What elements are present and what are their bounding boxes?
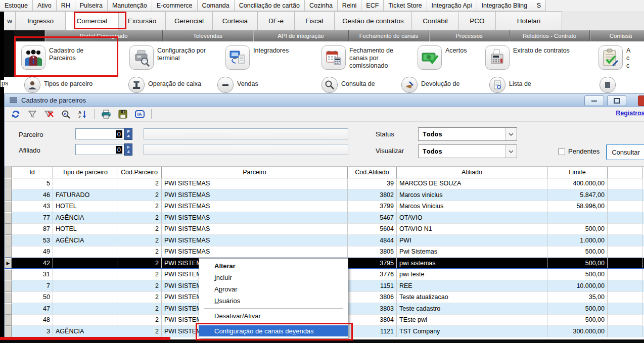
row-indicator[interactable] <box>5 201 12 213</box>
shortcut-operacao-de-caixa[interactable]: Operação de caixa <box>128 77 201 93</box>
print-icon[interactable] <box>100 109 112 120</box>
menu-item-manutencao[interactable]: Manutenção <box>108 0 152 11</box>
context-menu-item-desativar-ativar[interactable]: Desativar/Ativar <box>200 310 347 322</box>
shortcut-integradores[interactable]: Integradores <box>225 45 309 70</box>
tab-w[interactable]: w <box>4 11 16 30</box>
afiliado-input[interactable]: 0 <box>75 144 124 155</box>
shortcut-tipos-de-parceiro[interactable]: Tipos de parceiro <box>24 77 93 93</box>
column-header-filler[interactable] <box>608 167 642 178</box>
table-row[interactable]: 43HOTEL2PWI SISTEMAS3799Marcos Vinicius5… <box>5 201 644 213</box>
menu-item-rh[interactable]: RH <box>57 0 75 11</box>
table-row[interactable]: 53AGÊNCIA2PWI SISTEMAS4844PWI1.000,00 <box>5 235 644 247</box>
hamburger-icon[interactable] <box>10 97 17 103</box>
context-menu-item-incluir[interactable]: Incluir <box>200 272 347 283</box>
ia-icon[interactable]: IA <box>133 109 146 120</box>
clear-filter-icon[interactable] <box>43 109 55 120</box>
shortcut-vendas[interactable]: Vendas <box>217 77 258 93</box>
shortcut-a[interactable]: A c c <box>599 45 644 70</box>
minimize-button[interactable] <box>584 95 604 106</box>
menu-item-integracao-bling[interactable]: Integração Bling <box>477 0 532 11</box>
row-indicator[interactable] <box>5 235 12 247</box>
row-indicator[interactable] <box>5 269 12 281</box>
menu-item-s[interactable]: S <box>532 0 546 11</box>
zoom-search-icon[interactable]: n <box>60 109 72 120</box>
visualizar-select[interactable]: Todos <box>418 144 517 158</box>
tab-hotelari[interactable]: Hotelari <box>496 11 562 30</box>
column-header-cod-afiliado[interactable]: Cód.Afiliado <box>348 167 397 178</box>
menu-item-e-commerce[interactable]: E-commerce <box>152 0 198 11</box>
status-select[interactable]: Todos <box>418 127 517 141</box>
table-row[interactable]: 492PWI SISTEMAS3805Pwi Sistemas500,00 <box>5 247 644 258</box>
registros-link[interactable]: Registros: <box>616 110 644 117</box>
column-header-parceiro[interactable]: Parceiro <box>162 167 348 178</box>
tab-gestao-de-contratos[interactable]: Gestão de contratos <box>335 11 412 30</box>
menu-item-integracao-api[interactable]: Integração Api <box>427 0 477 11</box>
table-row[interactable]: 52PWI SISTEMAS39MARCOS DE SOUZA400.000,0… <box>5 178 644 190</box>
row-indicator[interactable] <box>5 189 12 201</box>
ribbon-group-televendas[interactable]: Televendas <box>163 30 253 41</box>
table-row[interactable]: 46FATURADO2PWI SISTEMAS3802Marcos vinici… <box>5 189 644 201</box>
row-indicator[interactable] <box>5 315 12 326</box>
row-indicator[interactable] <box>5 326 12 337</box>
row-indicator[interactable] <box>5 292 12 304</box>
row-indicator[interactable] <box>5 280 12 292</box>
row-indicator[interactable] <box>5 178 12 190</box>
row-indicator[interactable] <box>5 303 12 315</box>
row-indicator[interactable] <box>5 212 12 224</box>
tab-fiscal[interactable]: Fiscal <box>295 11 335 30</box>
shortcut-lista-de[interactable]: Lista de <box>489 77 531 93</box>
ribbon-group-processos[interactable]: Processos <box>429 30 510 41</box>
shortcut-consulta-de[interactable]: Consulta de <box>321 77 375 93</box>
tab-df-e[interactable]: DF-e <box>258 11 295 30</box>
column-header-limite[interactable]: Limite <box>547 167 608 178</box>
pendentes-checkbox[interactable] <box>558 148 565 155</box>
column-header-id[interactable]: Id <box>12 167 53 178</box>
ribbon-group-comissa[interactable]: Comissã <box>590 30 644 41</box>
ribbon-group-fechamento-de-canais[interactable]: Fechamento de canais <box>349 30 429 41</box>
tab-cortesia[interactable]: Cortesia <box>213 11 258 30</box>
menu-item-conciliacao-de-cartao[interactable]: Conciliação de cartão <box>235 0 305 11</box>
sort-az-icon[interactable]: AZ <box>76 109 88 120</box>
shortcut-configuracao-por[interactable]: Configuração por terminal <box>129 45 218 70</box>
tab-ingresso[interactable]: Ingresso <box>16 11 66 30</box>
menu-item-estoque[interactable]: Estoque <box>0 0 33 11</box>
shortcut-devolucao-de[interactable]: Devolução de <box>401 77 459 93</box>
restore-button[interactable] <box>607 95 626 106</box>
parceiro-input[interactable]: 0 <box>75 128 124 139</box>
tab-contabil[interactable]: Contábil <box>412 11 459 30</box>
menu-item-pulseira[interactable]: Pulseira <box>75 0 108 11</box>
ribbon-group-api-de-integracao[interactable]: API de integração <box>253 30 349 41</box>
shortcut-fechamento-de[interactable]: Fechamento de canais por comissionado <box>321 45 412 70</box>
column-header-afiliado[interactable]: Afiliado <box>397 167 547 178</box>
menu-item-comanda[interactable]: Comanda <box>198 0 235 11</box>
ribbon-group-relatorios-contrato[interactable]: Relatórios - Contrato <box>510 30 590 41</box>
menu-item-ativo[interactable]: Ativo <box>33 0 57 11</box>
parceiro-f4-button[interactable]: F4 <box>124 128 132 140</box>
context-menu-item-aprovar[interactable]: Aprovar <box>200 283 347 295</box>
consultar-button[interactable]: Consultar <box>606 144 644 160</box>
menu-item-reini[interactable]: Reini <box>338 0 362 11</box>
window-titlebar[interactable]: Cadastro de parceiros <box>5 94 644 107</box>
row-indicator[interactable]: ▶ <box>5 258 12 268</box>
tab-pco[interactable]: PCO <box>459 11 496 30</box>
close-button[interactable] <box>638 95 644 106</box>
menu-item-ecf[interactable]: ECF <box>361 0 384 11</box>
row-indicator[interactable] <box>5 247 12 258</box>
shortcut-acertos[interactable]: Acertos <box>418 45 491 70</box>
save-icon[interactable] <box>117 109 129 120</box>
table-row[interactable]: 77AGÊNCIA2PWI SISTEMAS5467OTAVIO <box>5 212 644 224</box>
refresh-icon[interactable] <box>10 109 22 120</box>
context-menu-item-alterar[interactable]: Alterar <box>200 260 347 272</box>
table-row[interactable]: 87HOTEL2PWI SISTEMAS5604OTAVIO N1500,00 <box>5 224 644 235</box>
tab-gerencial[interactable]: Gerencial <box>166 11 213 30</box>
shortcut-clipped[interactable] <box>600 77 616 93</box>
shortcut-extrato-de-contratos[interactable]: Extrato de contratos <box>485 45 594 70</box>
afiliado-f4-button[interactable]: F4 <box>124 143 132 156</box>
column-header-tipo-de-parceiro[interactable]: Tipo de parceiro <box>53 167 117 178</box>
column-header-cod-parceiro[interactable]: Cód.Parceiro <box>117 167 162 178</box>
menu-item-cozinha[interactable]: Cozinha <box>305 0 338 11</box>
menu-item-ticket-store[interactable]: Ticket Store <box>384 0 427 11</box>
context-menu-item-usuarios[interactable]: Usuários <box>200 295 347 307</box>
filter-icon[interactable] <box>26 109 38 120</box>
row-indicator[interactable] <box>5 224 12 235</box>
